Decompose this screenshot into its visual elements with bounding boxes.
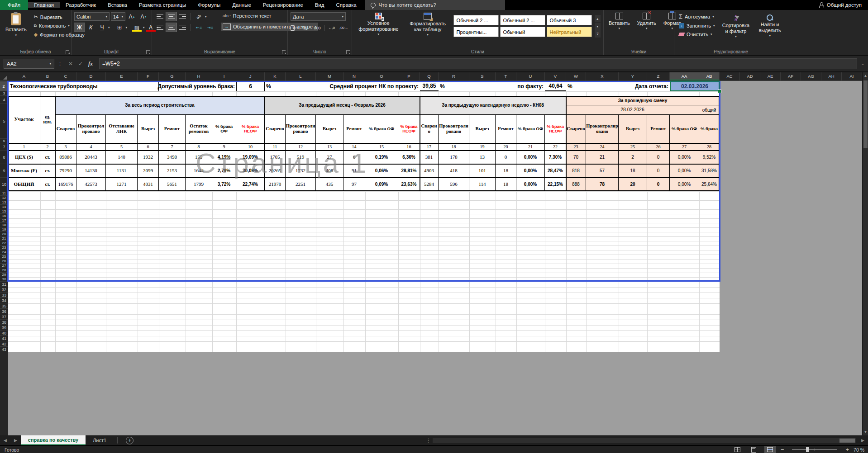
decrease-indent-button[interactable]: ⇤≡ (194, 23, 204, 32)
fill-button[interactable]: ↓Заполнить▾ (677, 22, 717, 29)
font-name-combo[interactable]: Calibri▾ (74, 12, 110, 21)
cell-style-chip[interactable]: Обычный 2 ... (500, 15, 545, 25)
column-header-T[interactable]: T (496, 72, 516, 80)
expand-formula-bar-icon[interactable]: ⌄ (857, 61, 868, 66)
align-bottom-button[interactable] (177, 12, 188, 21)
increase-indent-button[interactable]: ⇥≡ (205, 23, 215, 32)
percent-style-button[interactable]: % (300, 24, 310, 32)
sheet-tab-other[interactable]: Лист1 (86, 435, 114, 445)
font-size-combo[interactable]: 14▾ (111, 12, 125, 21)
ribbon-tab-Данные[interactable]: Данные (226, 2, 257, 8)
column-header-L[interactable]: L (286, 72, 316, 80)
autosum-button[interactable]: ΣАвтосумма▾ (677, 12, 717, 21)
ribbon-tab-Формулы[interactable]: Формулы (192, 2, 226, 8)
formula-input[interactable]: =W5+2 (99, 58, 857, 69)
borders-button[interactable]: ⊞ (114, 23, 125, 32)
fill-handle[interactable] (718, 90, 721, 93)
ribbon-tab-Справка[interactable]: Справка (330, 2, 362, 8)
orientation-button[interactable]: ab (194, 12, 204, 21)
name-box[interactable]: AA2▾ (4, 59, 54, 69)
row-header-32[interactable]: 32 (0, 287, 8, 293)
underline-button[interactable]: Ч (97, 23, 107, 32)
sheet-scroll-left-icon[interactable]: ◀ (0, 435, 10, 445)
ribbon-tab-Разметка страницы[interactable]: Разметка страницы (133, 2, 192, 8)
row-header-39[interactable]: 39 (0, 325, 8, 330)
column-header-J[interactable]: J (236, 72, 265, 80)
row-header-31[interactable]: 31 (0, 282, 8, 287)
column-header-V[interactable]: V (545, 72, 566, 80)
sheet-tab-active[interactable]: справка по качеству (21, 435, 86, 445)
column-header-N[interactable]: N (343, 72, 365, 80)
column-header-AC[interactable]: AC (720, 72, 740, 80)
view-page-layout-button[interactable] (748, 446, 760, 453)
column-header-AE[interactable]: AE (760, 72, 781, 80)
column-header-Y[interactable]: Y (619, 72, 647, 80)
ribbon-tab-Главная[interactable]: Главная (28, 2, 60, 8)
column-header-AF[interactable]: AF (781, 72, 801, 80)
column-header-R[interactable]: R (439, 72, 469, 80)
zoom-in-button[interactable]: + (845, 446, 849, 453)
zoom-slider-thumb[interactable] (806, 447, 809, 452)
dialog-launcher-icon[interactable] (146, 50, 150, 54)
zoom-slider[interactable] (792, 449, 837, 450)
scroll-down-icon[interactable]: ▼ (863, 430, 868, 434)
insert-function-button[interactable]: fx (86, 61, 95, 67)
align-top-button[interactable] (155, 12, 165, 21)
ribbon-tab-Разработчик[interactable]: Разработчик (60, 2, 102, 8)
ribbon-tab-Вставка[interactable]: Вставка (102, 2, 133, 8)
italic-button[interactable]: К (86, 23, 96, 32)
column-header-AD[interactable]: AD (740, 72, 760, 80)
column-header-I[interactable]: I (212, 72, 236, 80)
vertical-scroll-thumb[interactable] (863, 80, 868, 148)
column-header-AA[interactable]: AA (670, 72, 699, 80)
row-header-38[interactable]: 38 (0, 320, 8, 325)
view-page-break-button[interactable] (764, 446, 776, 453)
delete-cells-button[interactable]: Удалить▾ (635, 12, 658, 31)
align-right-button[interactable] (177, 23, 188, 32)
select-all-corner[interactable] (0, 72, 8, 80)
ribbon-tab-Вид[interactable]: Вид (309, 2, 330, 8)
row-header-37[interactable]: 37 (0, 314, 8, 320)
vertical-scrollbar[interactable]: ▲ ▼ (862, 72, 868, 435)
sort-filter-button[interactable]: АЯ Сортировка и фильтр▾ (720, 14, 753, 39)
view-normal-button[interactable] (732, 446, 744, 453)
column-header-S[interactable]: S (469, 72, 496, 80)
clear-button[interactable]: Очистить▾ (677, 31, 717, 38)
increase-decimal-button[interactable]: ←,0 (326, 24, 337, 32)
cell-style-chip[interactable]: Процентны... (453, 27, 499, 37)
scroll-right-icon[interactable]: ▶ (858, 435, 868, 445)
column-header-Q[interactable]: Q (420, 72, 439, 80)
dialog-launcher-icon[interactable] (66, 50, 69, 54)
decrease-decimal-button[interactable]: ,00→ (339, 24, 349, 32)
gallery-scrollbar[interactable]: ▲▼⊽ (595, 15, 601, 38)
confirm-entry-button[interactable]: ✓ (76, 61, 86, 67)
column-header-P[interactable]: P (398, 72, 420, 80)
format-as-table-button[interactable]: Форматировать как таблицу ▾ (405, 12, 451, 37)
column-header-C[interactable]: C (55, 72, 76, 80)
conditional-formatting-button[interactable]: Условное форматирование ▾ (355, 12, 402, 37)
column-header-A[interactable]: A (8, 72, 40, 80)
row-header-40[interactable]: 40 (0, 330, 8, 336)
scroll-up-icon[interactable]: ▲ (863, 74, 868, 78)
name-box-splitter[interactable]: ⋮ (57, 61, 62, 67)
column-header-D[interactable]: D (76, 72, 106, 80)
comma-style-button[interactable]: 000 (312, 24, 323, 32)
tell-me-search[interactable]: Что вы хотите сделать? (365, 0, 505, 10)
zoom-out-button[interactable]: − (781, 446, 784, 453)
column-header-O[interactable]: O (365, 72, 398, 80)
accounting-format-icon[interactable] (291, 25, 295, 31)
grow-font-button[interactable]: А▲ (127, 12, 137, 21)
align-middle-button[interactable] (166, 12, 176, 21)
column-header-M[interactable]: M (316, 72, 343, 80)
paste-button[interactable]: Вставить ▾ (3, 12, 29, 38)
number-format-combo[interactable]: Дата▾ (291, 12, 346, 21)
column-header-X[interactable]: X (586, 72, 619, 80)
column-header-W[interactable]: W (566, 72, 586, 80)
horizontal-scroll-thumb[interactable] (839, 439, 855, 443)
column-header-G[interactable]: G (159, 72, 186, 80)
find-select-button[interactable]: Найти и выделить▾ (755, 14, 785, 38)
cell-style-chip[interactable]: Обычный (500, 27, 545, 37)
zoom-level[interactable]: 70 % (854, 447, 864, 453)
ribbon-tab-Рецензирование[interactable]: Рецензирование (257, 2, 309, 8)
shrink-font-button[interactable]: А▼ (138, 12, 149, 21)
